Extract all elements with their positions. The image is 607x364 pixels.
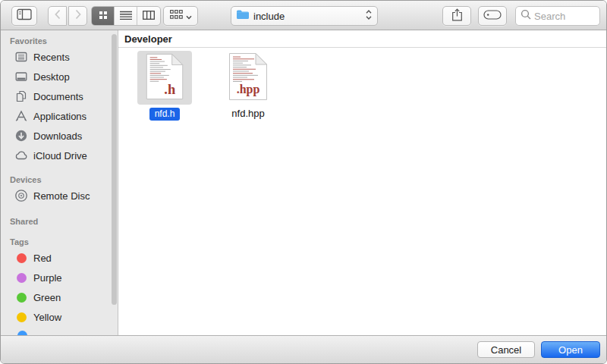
file-icon-wrap: .hpp: [225, 52, 272, 104]
tag-icon: [483, 9, 502, 23]
sidebar-item-label: Yellow: [33, 312, 61, 323]
header-file-icon: .h: [145, 53, 184, 103]
sidebar-item-label: Recents: [33, 52, 70, 63]
file-name: nfd.hpp: [231, 108, 264, 119]
back-button[interactable]: [48, 6, 67, 26]
tags-button[interactable]: [478, 6, 507, 26]
disc-icon: [14, 189, 28, 202]
recents-icon: [14, 50, 28, 64]
search-icon: [521, 9, 531, 23]
file-browser: Developer: [118, 30, 606, 335]
nav-buttons: [48, 6, 87, 26]
applications-icon: [14, 109, 28, 123]
columns-view-icon: [143, 9, 155, 23]
path-selector[interactable]: include: [231, 6, 378, 26]
chevron-down-icon: [186, 9, 192, 23]
downloads-icon: [14, 129, 28, 143]
tag-dot-green: [17, 293, 27, 303]
sidebar-item-label: Red: [33, 253, 52, 264]
sidebar-item-label: Desktop: [33, 71, 70, 83]
tag-dot-red: [17, 253, 27, 263]
dialog-body: Favorites Recents Desktop Documents: [1, 30, 606, 335]
sidebar-item-label: Purple: [33, 272, 62, 284]
list-view-icon: [120, 9, 132, 23]
arrange-button[interactable]: [163, 6, 198, 26]
path-selector-value: include: [253, 11, 365, 22]
file-nfd-hpp[interactable]: .hpp nfd.hpp: [225, 52, 272, 119]
sidebar-section-shared: Shared: [1, 216, 118, 228]
sidebar-item-tag-purple[interactable]: Purple: [1, 268, 118, 287]
grid-view-icon: [99, 9, 108, 23]
tag-dot-yellow: [17, 312, 27, 322]
desktop-icon: [14, 70, 28, 83]
list-view-button[interactable]: [115, 7, 137, 25]
sidebar-item-label: Remote Disc: [33, 190, 90, 202]
documents-icon: [14, 89, 28, 103]
search-field[interactable]: [515, 6, 600, 26]
sidebar-item-documents[interactable]: Documents: [1, 86, 118, 106]
sidebar-item-label: Downloads: [33, 130, 82, 142]
dialog-footer: Cancel Open: [1, 335, 606, 363]
sidebar-item-downloads[interactable]: Downloads: [1, 126, 118, 146]
sidebar-section-favorites: Favorites: [1, 36, 118, 47]
grid-view-button[interactable]: [92, 7, 115, 25]
search-input[interactable]: [534, 11, 587, 22]
sidebar-section-devices: Devices: [1, 174, 118, 186]
forward-button[interactable]: [68, 6, 87, 26]
file-name-selected: nfd.h: [149, 108, 181, 121]
sidebar-item-applications[interactable]: Applications: [1, 106, 118, 126]
sidebar-item-recents[interactable]: Recents: [1, 47, 118, 67]
open-button[interactable]: Open: [541, 341, 600, 358]
share-button[interactable]: [442, 6, 471, 26]
header-file-icon: .hpp: [228, 52, 269, 104]
files-grid: .h nfd.h: [118, 48, 606, 335]
sidebar-item-label: Documents: [33, 91, 83, 102]
file-nfd-h[interactable]: .h nfd.h: [137, 51, 192, 121]
file-extension-label: .hpp: [237, 83, 260, 96]
sidebar-item-desktop[interactable]: Desktop: [1, 67, 118, 86]
sidebar-item-label: iCloud Drive: [33, 150, 87, 162]
sidebar-item-label: Applications: [33, 111, 86, 122]
file-selection-highlight: .h: [137, 51, 192, 105]
group-header: Developer: [118, 30, 606, 48]
sidebar-item-label: Green: [33, 292, 61, 303]
up-down-chevrons-icon: [365, 9, 373, 24]
sidebar-toggle-button[interactable]: [11, 6, 37, 26]
cancel-button[interactable]: Cancel: [477, 341, 535, 358]
sidebar-scrollbar[interactable]: [112, 34, 117, 305]
sidebar: Favorites Recents Desktop Documents: [1, 30, 118, 335]
folder-icon: [236, 9, 250, 23]
columns-view-button[interactable]: [137, 7, 160, 25]
sidebar-toggle-icon: [17, 8, 32, 24]
tag-dot-purple: [17, 273, 27, 283]
arrange-group-icon: [170, 9, 183, 23]
sidebar-item-tag-red[interactable]: Red: [1, 248, 118, 268]
sidebar-section-tags: Tags: [1, 237, 118, 248]
sidebar-item-tag-yellow[interactable]: Yellow: [1, 307, 118, 327]
toolbar: include: [1, 1, 606, 30]
share-icon: [451, 8, 463, 24]
sidebar-item-tag-green[interactable]: Green: [1, 287, 118, 307]
sidebar-item-icloud-drive[interactable]: iCloud Drive: [1, 146, 118, 165]
icloud-icon: [14, 149, 28, 162]
view-mode-control: [91, 6, 161, 26]
chevron-right-icon: [74, 9, 82, 23]
sidebar-item-remote-disc[interactable]: Remote Disc: [1, 186, 118, 206]
chevron-left-icon: [54, 9, 61, 23]
finder-open-dialog: include Favorites: [0, 0, 607, 364]
file-extension-label: .h: [164, 82, 175, 97]
